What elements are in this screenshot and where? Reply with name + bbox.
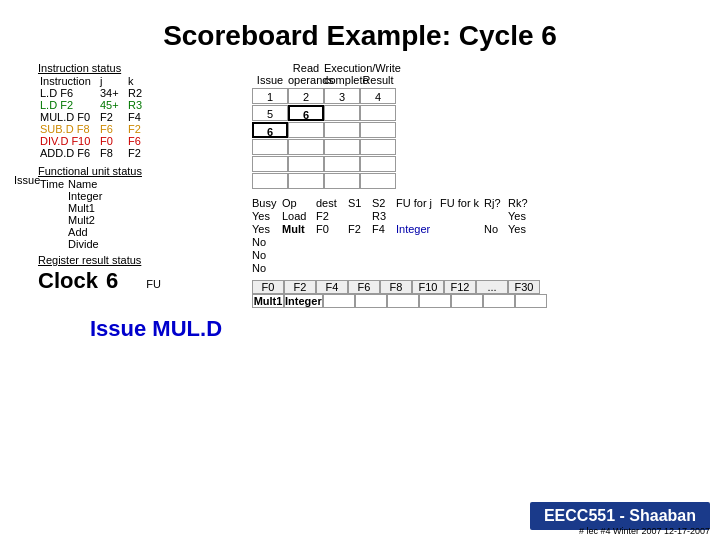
fu-cell <box>484 210 508 222</box>
fu-cell: Load <box>282 210 316 222</box>
sb-cell <box>324 173 360 189</box>
fu-busy-col: Busy <box>252 197 282 209</box>
col-instruction: Instruction <box>38 75 98 87</box>
sb-cell: 1 <box>252 88 288 104</box>
footer-sub: # lec #4 Winter 2007 12-17-2007 <box>579 526 710 536</box>
sb-row: 1234 <box>252 88 700 104</box>
fu-cell: No <box>252 262 282 274</box>
fu-table-row: No <box>252 249 700 261</box>
fu-s1-col: S1 <box>348 197 372 209</box>
func-status-header: Functional unit status <box>38 165 248 177</box>
fu-cell <box>348 236 372 248</box>
fu-cell: F2 <box>316 210 348 222</box>
instr-row: ADD.D F6F8F2 <box>38 147 154 159</box>
reg-header-cell: F30 <box>508 280 540 294</box>
instr-status-header: Instruction status <box>38 62 248 74</box>
instr-row: DIV.D F10F0F6 <box>38 135 154 147</box>
sub-issue: Issue <box>252 74 288 86</box>
sb-cell <box>324 122 360 138</box>
instr-row: L.D F245+R3 <box>38 99 154 111</box>
fu-fuk-col: FU for k <box>440 197 484 209</box>
instr-row: L.D F634+R2 <box>38 87 154 99</box>
fu-cell <box>348 262 372 274</box>
sb-cell: 6 <box>252 122 288 138</box>
sub-result: Result <box>360 74 396 86</box>
fu-cell <box>396 236 440 248</box>
func-col-name: Name <box>66 178 126 190</box>
reg-value-cell <box>515 294 547 308</box>
reg-header-cell: ... <box>476 280 508 294</box>
fu-cell: Mult <box>282 223 316 235</box>
fu-cell: No <box>252 236 282 248</box>
fu-cell <box>372 249 396 261</box>
fu-cell <box>508 262 532 274</box>
sb-cell: 3 <box>324 88 360 104</box>
sb-row: 56 <box>252 105 700 121</box>
fu-cell: F4 <box>372 223 396 235</box>
fu-rj-col: Rj? <box>484 197 508 209</box>
func-row: Add <box>38 226 126 238</box>
sb-cell <box>360 139 396 155</box>
fu-op-col: Op <box>282 197 316 209</box>
fu-cell <box>348 249 372 261</box>
reg-header-cell: F2 <box>284 280 316 294</box>
fu-cell: Yes <box>252 210 282 222</box>
sb-cell: 5 <box>252 105 288 121</box>
sb-cell <box>324 105 360 121</box>
fu-cell <box>484 249 508 261</box>
reg-header-cell: F6 <box>348 280 380 294</box>
reg-value-cell <box>483 294 515 308</box>
sb-cell <box>360 156 396 172</box>
reg-header-cell: F8 <box>380 280 412 294</box>
fu-cell <box>484 236 508 248</box>
fu-cell <box>440 210 484 222</box>
page-title: Scoreboard Example: Cycle 6 <box>10 10 710 60</box>
fu-table-row: YesMultF0F2F4IntegerNoYes <box>252 223 700 235</box>
fu-cell <box>316 236 348 248</box>
fu-cell: R3 <box>372 210 396 222</box>
fu-cell <box>396 262 440 274</box>
sb-cell: 2 <box>288 88 324 104</box>
sb-cell <box>252 139 288 155</box>
reg-value-cell <box>419 294 451 308</box>
reg-header-cell: F10 <box>412 280 444 294</box>
fu-cell <box>440 262 484 274</box>
sub-complete: complete <box>324 74 360 86</box>
sb-cell: 4 <box>360 88 396 104</box>
func-col-time: Time <box>38 178 66 190</box>
fu-cell: Yes <box>508 223 532 235</box>
fu-cell <box>372 262 396 274</box>
fu-cell <box>440 236 484 248</box>
func-row: Mult2 <box>38 214 126 226</box>
phase-read-label: Read <box>288 62 324 74</box>
reg-header-cell: F0 <box>252 280 284 294</box>
fu-cell <box>396 249 440 261</box>
fu-rk-col: Rk? <box>508 197 532 209</box>
col-j: j <box>98 75 126 87</box>
func-row: Mult1 <box>38 202 126 214</box>
fu-cell <box>440 223 484 235</box>
fu-label: FU <box>146 278 161 290</box>
fu-table-row: No <box>252 236 700 248</box>
reg-value-cell <box>323 294 355 308</box>
sub-operands: operands <box>288 74 324 86</box>
fu-cell: No <box>252 249 282 261</box>
reg-value-cell: Integer <box>284 294 323 308</box>
sb-row <box>252 156 700 172</box>
reg-status-header: Register result status <box>38 254 248 266</box>
fu-table-row: No <box>252 262 700 274</box>
reg-header-cell: F12 <box>444 280 476 294</box>
sb-cell: 6 <box>288 105 324 121</box>
fu-cell: Yes <box>252 223 282 235</box>
instr-row: SUB.D F8F6F2 <box>38 123 154 135</box>
sb-cell <box>288 139 324 155</box>
func-row: Integer <box>38 190 126 202</box>
footer-rest: Shaaban <box>629 507 696 524</box>
sb-cell <box>324 139 360 155</box>
fu-cell: Integer <box>396 223 440 235</box>
footer-title: EECC551 <box>544 507 620 524</box>
fu-cell <box>282 249 316 261</box>
sb-row: 6 <box>252 122 700 138</box>
fu-cell <box>348 210 372 222</box>
sb-cell <box>324 156 360 172</box>
